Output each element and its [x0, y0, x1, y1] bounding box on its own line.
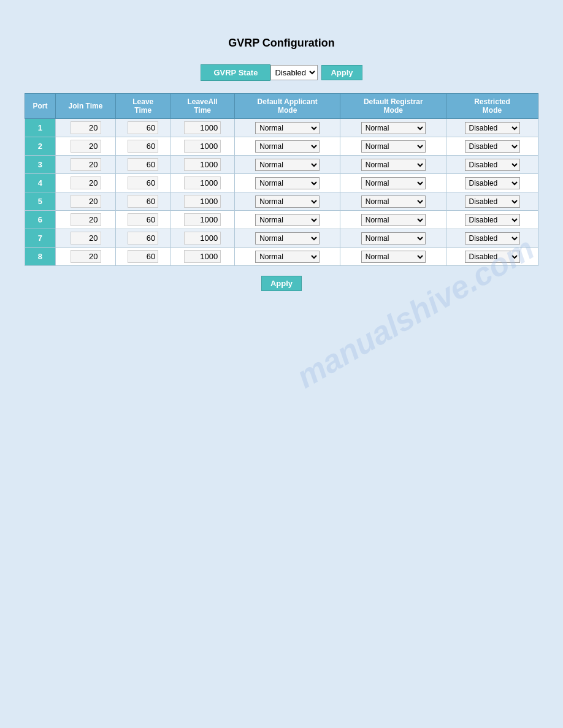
restricted-mode-cell[interactable]: DisabledEnabled	[446, 156, 538, 174]
join-time-input[interactable]	[71, 140, 101, 153]
join-time-input[interactable]	[71, 158, 101, 171]
applicant-mode-cell[interactable]: NormalFixedForbidden	[234, 229, 340, 248]
leaveall-time-input[interactable]	[184, 140, 221, 153]
restricted-mode-cell[interactable]: DisabledEnabled	[446, 211, 538, 229]
leaveall-time-cell[interactable]	[170, 248, 234, 266]
applicant-mode-select[interactable]: NormalFixedForbidden	[255, 251, 320, 263]
leave-time-input[interactable]	[128, 121, 158, 134]
registrar-mode-cell[interactable]: NormalFixedForbidden	[340, 156, 446, 174]
registrar-mode-select[interactable]: NormalFixedForbidden	[361, 251, 426, 263]
table-row: 1NormalFixedForbiddenNormalFixedForbidde…	[25, 119, 538, 137]
restricted-mode-select[interactable]: DisabledEnabled	[465, 177, 520, 189]
leave-time-input[interactable]	[128, 232, 158, 245]
leave-time-input[interactable]	[128, 195, 158, 208]
join-time-input[interactable]	[71, 195, 101, 208]
registrar-mode-cell[interactable]: NormalFixedForbidden	[340, 137, 446, 156]
leaveall-time-cell[interactable]	[170, 192, 234, 211]
leave-time-cell[interactable]	[116, 156, 170, 174]
applicant-mode-select[interactable]: NormalFixedForbidden	[255, 140, 320, 153]
applicant-mode-cell[interactable]: NormalFixedForbidden	[234, 192, 340, 211]
restricted-mode-select[interactable]: DisabledEnabled	[465, 251, 520, 263]
applicant-mode-cell[interactable]: NormalFixedForbidden	[234, 211, 340, 229]
leave-time-input[interactable]	[128, 140, 158, 153]
join-time-cell[interactable]	[55, 156, 115, 174]
join-time-cell[interactable]	[55, 211, 115, 229]
applicant-mode-cell[interactable]: NormalFixedForbidden	[234, 119, 340, 137]
registrar-mode-cell[interactable]: NormalFixedForbidden	[340, 229, 446, 248]
leave-time-cell[interactable]	[116, 192, 170, 211]
registrar-mode-select[interactable]: NormalFixedForbidden	[361, 140, 426, 153]
restricted-mode-select[interactable]: DisabledEnabled	[465, 122, 520, 134]
registrar-mode-select[interactable]: NormalFixedForbidden	[361, 195, 426, 208]
leave-time-input[interactable]	[128, 176, 158, 189]
registrar-mode-select[interactable]: NormalFixedForbidden	[361, 214, 426, 226]
leaveall-time-cell[interactable]	[170, 156, 234, 174]
gvrp-state-apply-button[interactable]: Apply	[321, 65, 362, 80]
registrar-mode-select[interactable]: NormalFixedForbidden	[361, 232, 426, 245]
applicant-mode-select[interactable]: NormalFixedForbidden	[255, 177, 320, 189]
applicant-mode-select[interactable]: NormalFixedForbidden	[255, 214, 320, 226]
restricted-mode-select[interactable]: DisabledEnabled	[465, 195, 520, 208]
gvrp-state-select[interactable]: Disabled Enabled	[270, 65, 318, 80]
leaveall-time-input[interactable]	[184, 250, 221, 263]
restricted-mode-cell[interactable]: DisabledEnabled	[446, 248, 538, 266]
leaveall-time-input[interactable]	[184, 232, 221, 245]
restricted-mode-cell[interactable]: DisabledEnabled	[446, 119, 538, 137]
applicant-mode-cell[interactable]: NormalFixedForbidden	[234, 137, 340, 156]
registrar-mode-cell[interactable]: NormalFixedForbidden	[340, 192, 446, 211]
leave-time-cell[interactable]	[116, 229, 170, 248]
leave-time-input[interactable]	[128, 213, 158, 226]
join-time-cell[interactable]	[55, 174, 115, 192]
restricted-mode-cell[interactable]: DisabledEnabled	[446, 137, 538, 156]
leaveall-time-input[interactable]	[184, 195, 221, 208]
join-time-input[interactable]	[71, 176, 101, 189]
applicant-mode-cell[interactable]: NormalFixedForbidden	[234, 156, 340, 174]
applicant-mode-cell[interactable]: NormalFixedForbidden	[234, 174, 340, 192]
leaveall-time-input[interactable]	[184, 121, 221, 134]
leave-time-input[interactable]	[128, 158, 158, 171]
join-time-cell[interactable]	[55, 137, 115, 156]
restricted-mode-select[interactable]: DisabledEnabled	[465, 140, 520, 153]
registrar-mode-select[interactable]: NormalFixedForbidden	[361, 122, 426, 134]
registrar-mode-select[interactable]: NormalFixedForbidden	[361, 177, 426, 189]
leaveall-time-cell[interactable]	[170, 174, 234, 192]
restricted-mode-cell[interactable]: DisabledEnabled	[446, 229, 538, 248]
leave-time-cell[interactable]	[116, 119, 170, 137]
leaveall-time-cell[interactable]	[170, 229, 234, 248]
join-time-cell[interactable]	[55, 192, 115, 211]
leaveall-time-input[interactable]	[184, 176, 221, 189]
join-time-cell[interactable]	[55, 248, 115, 266]
restricted-mode-select[interactable]: DisabledEnabled	[465, 232, 520, 245]
restricted-mode-select[interactable]: DisabledEnabled	[465, 214, 520, 226]
leaveall-time-cell[interactable]	[170, 119, 234, 137]
leave-time-cell[interactable]	[116, 211, 170, 229]
bottom-apply-button[interactable]: Apply	[261, 276, 302, 291]
join-time-input[interactable]	[71, 121, 101, 134]
registrar-mode-select[interactable]: NormalFixedForbidden	[361, 159, 426, 171]
registrar-mode-cell[interactable]: NormalFixedForbidden	[340, 119, 446, 137]
registrar-mode-cell[interactable]: NormalFixedForbidden	[340, 174, 446, 192]
leaveall-time-input[interactable]	[184, 158, 221, 171]
leave-time-cell[interactable]	[116, 137, 170, 156]
join-time-cell[interactable]	[55, 229, 115, 248]
applicant-mode-select[interactable]: NormalFixedForbidden	[255, 122, 320, 134]
join-time-input[interactable]	[71, 232, 101, 245]
join-time-cell[interactable]	[55, 119, 115, 137]
applicant-mode-select[interactable]: NormalFixedForbidden	[255, 195, 320, 208]
applicant-mode-select[interactable]: NormalFixedForbidden	[255, 232, 320, 245]
applicant-mode-select[interactable]: NormalFixedForbidden	[255, 159, 320, 171]
join-time-input[interactable]	[71, 213, 101, 226]
registrar-mode-cell[interactable]: NormalFixedForbidden	[340, 211, 446, 229]
leaveall-time-input[interactable]	[184, 213, 221, 226]
restricted-mode-select[interactable]: DisabledEnabled	[465, 159, 520, 171]
leave-time-cell[interactable]	[116, 174, 170, 192]
leave-time-cell[interactable]	[116, 248, 170, 266]
leave-time-input[interactable]	[128, 250, 158, 263]
registrar-mode-cell[interactable]: NormalFixedForbidden	[340, 248, 446, 266]
restricted-mode-cell[interactable]: DisabledEnabled	[446, 174, 538, 192]
applicant-mode-cell[interactable]: NormalFixedForbidden	[234, 248, 340, 266]
restricted-mode-cell[interactable]: DisabledEnabled	[446, 192, 538, 211]
join-time-input[interactable]	[71, 250, 101, 263]
leaveall-time-cell[interactable]	[170, 137, 234, 156]
leaveall-time-cell[interactable]	[170, 211, 234, 229]
